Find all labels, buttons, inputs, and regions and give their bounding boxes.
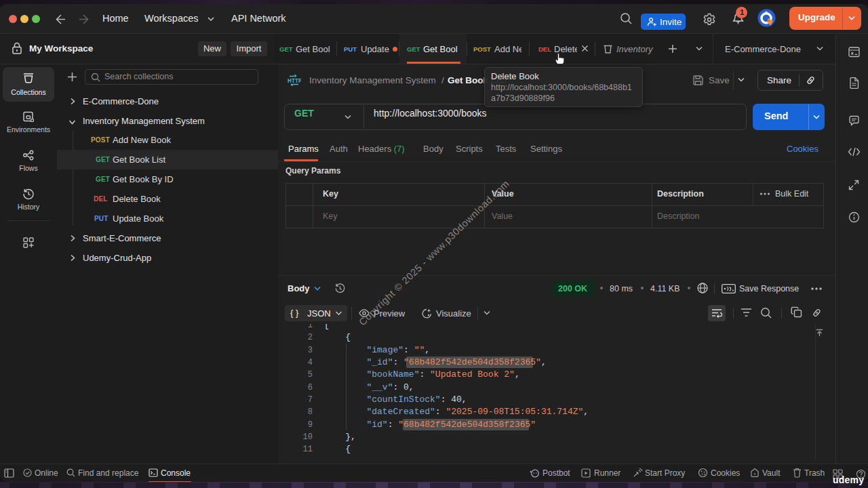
svg-text:HTTP: HTTP bbox=[288, 78, 301, 84]
